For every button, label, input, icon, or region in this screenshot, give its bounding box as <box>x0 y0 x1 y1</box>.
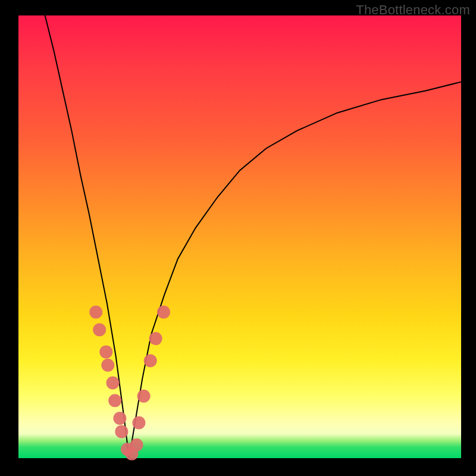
danger-dots-group <box>89 306 170 461</box>
danger-dot <box>107 377 120 390</box>
danger-dot <box>93 323 106 336</box>
danger-dot <box>99 345 112 358</box>
danger-dot <box>108 394 121 407</box>
danger-dot <box>113 412 126 425</box>
danger-dot <box>115 425 128 438</box>
danger-dot <box>157 306 170 319</box>
danger-dot <box>149 332 162 345</box>
bottleneck-curve <box>45 15 461 458</box>
danger-dot <box>144 354 157 367</box>
outer-frame: TheBottleneck.com <box>0 0 476 476</box>
danger-dot <box>130 439 143 452</box>
danger-dot <box>89 306 102 319</box>
chart-svg <box>18 15 461 458</box>
danger-dot <box>132 416 145 430</box>
danger-dot <box>101 359 114 372</box>
danger-dot <box>137 390 151 403</box>
